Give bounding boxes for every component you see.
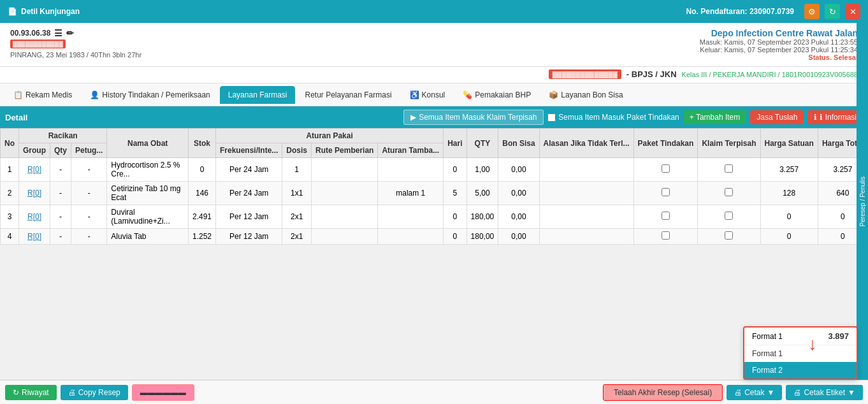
col-racikan: Racikan (19, 129, 107, 143)
cell-harga-satuan: 0 (760, 229, 818, 245)
document-icon: 📄 (8, 7, 17, 16)
cell-qty2: 1,00 (467, 158, 498, 182)
depo-name: Depo Infection Centre Rawat Jalan (700, 28, 858, 38)
cell-dosis: 1 (282, 158, 312, 182)
col-frekuensi: Frekuensi/Inte... (215, 143, 282, 158)
cell-nama-obat: Hydrocortison 2.5 % Cre... (107, 158, 189, 182)
paket-label: Semua Item Masuk Paket Tindakan (558, 113, 679, 122)
cell-group[interactable]: R[0] (19, 205, 50, 229)
cell-stok: 146 (188, 182, 215, 205)
cell-paket-tindakan[interactable] (633, 182, 698, 205)
col-paket-tindakan: Paket Tindakan (633, 129, 698, 158)
cell-qty-racikan: - (50, 205, 71, 229)
col-qty: QTY (467, 129, 498, 158)
cell-rute (312, 182, 378, 205)
cell-frekuensi: Per 12 Jam (215, 205, 282, 229)
sidebar-peresep-label: Peresep / Penulis (859, 174, 866, 229)
jasa-tuslah-button[interactable]: Jasa Tuslah (750, 110, 804, 124)
cell-dosis: 1x1 (282, 182, 312, 205)
cell-qty-racikan: - (50, 229, 71, 245)
cell-paket-tindakan[interactable] (633, 158, 698, 182)
cell-stok: 1.252 (188, 229, 215, 245)
cell-qty2: 5,00 (467, 182, 498, 205)
bpjs-sub: Kelas III / PEKERJA MANDIRI / 1801R00109… (682, 71, 858, 78)
cell-group[interactable]: R[0] (19, 182, 50, 205)
bon-icon: 📦 (549, 90, 558, 99)
col-nama-obat: Nama Obat (107, 129, 189, 158)
cell-frekuensi: Per 12 Jam (215, 229, 282, 245)
col-group: Group (19, 143, 50, 158)
cell-no: 4 (1, 229, 19, 245)
klaim-button[interactable]: ▶ Semua Item Masuk Klaim Terpisah (403, 110, 544, 125)
tab-retur-pelayanan[interactable]: Retur Pelayanan Farmasi (296, 86, 400, 104)
patient-left: 00.93.06.38 ☰ ✏ ▓▓▓▓▓▓▓▓▓▓▓▓ PINRANG, 23… (10, 28, 141, 59)
cell-qty-racikan: - (50, 158, 71, 182)
cell-petug: - (71, 182, 107, 205)
cell-qty2: 180,00 (467, 205, 498, 229)
cell-aturan-tamba (378, 205, 444, 229)
cell-bon-sisa: 0,00 (498, 229, 539, 245)
header-title-text: Detil Kunjungan (21, 7, 80, 16)
cell-paket-tindakan[interactable] (633, 229, 698, 245)
info-icon: ℹ (814, 113, 817, 122)
cell-rute (312, 158, 378, 182)
col-harga-satuan: Harga Satuan (760, 129, 818, 158)
cell-stok: 2.491 (188, 205, 215, 229)
masuk-time: Masuk: Kamis, 07 September 2023 Pukul 11… (700, 38, 858, 46)
cell-no: 1 (1, 158, 19, 182)
cell-aturan-tamba (378, 229, 444, 245)
refresh-button[interactable]: ↻ (825, 4, 840, 19)
cell-alasan (539, 229, 633, 245)
col-qty-racikan: Qty (50, 143, 71, 158)
toolbar: Detail ▶ Semua Item Masuk Klaim Terpisah… (0, 106, 868, 128)
pencil-icon[interactable]: ✏ (66, 28, 74, 38)
status-badge: Status. Selesai (700, 54, 858, 61)
cell-harga-satuan: 3.257 (760, 158, 818, 182)
cell-group[interactable]: R[0] (19, 158, 50, 182)
cell-hari: 5 (444, 182, 467, 205)
tambah-item-button[interactable]: + Tambah Item (683, 110, 747, 124)
patient-section: 00.93.06.38 ☰ ✏ ▓▓▓▓▓▓▓▓▓▓▓▓ PINRANG, 23… (0, 23, 868, 67)
cell-petug: - (71, 158, 107, 182)
cell-hari: 0 (444, 158, 467, 182)
patient-id-sub: ▓▓▓▓▓▓▓▓▓▓▓▓ (10, 40, 66, 48)
col-petug: Petug... (71, 143, 107, 158)
cell-harga-satuan: 0 (760, 205, 818, 229)
cell-bon-sisa: 0,00 (498, 158, 539, 182)
cell-group[interactable]: R[0] (19, 229, 50, 245)
cell-alasan (539, 182, 633, 205)
cell-klaim-terpisah[interactable] (698, 205, 760, 229)
edit-icon[interactable]: ☰ (54, 28, 62, 38)
cell-frekuensi: Per 24 Jam (215, 182, 282, 205)
header-right: No. Pendaftaran: 230907.0739 ⚙ ↻ ✕ (686, 4, 860, 19)
col-alasan: Alasan Jika Tidak Terl... (539, 129, 633, 158)
patient-id-number: 00.93.06.38 (10, 29, 50, 38)
cell-bon-sisa: 0,00 (498, 182, 539, 205)
cell-stok: 0 (188, 158, 215, 182)
cell-klaim-terpisah[interactable] (698, 158, 760, 182)
tab-history-tindakan[interactable]: 👤 History Tindakan / Pemeriksaan (82, 86, 218, 104)
cell-qty2: 180,00 (467, 229, 498, 245)
informasi-button[interactable]: ℹ ℹ Informasi (807, 110, 863, 124)
cell-aturan-tamba (378, 158, 444, 182)
cell-klaim-terpisah[interactable] (698, 182, 760, 205)
patient-id: 00.93.06.38 ☰ ✏ (10, 28, 141, 38)
cell-harga-satuan: 128 (760, 182, 818, 205)
cell-aturan-tamba: malam 1 (378, 182, 444, 205)
header-bar: 📄 Detil Kunjungan No. Pendaftaran: 23090… (0, 0, 868, 23)
cell-dosis: 2x1 (282, 229, 312, 245)
settings-button[interactable]: ⚙ (804, 4, 820, 19)
registration-number: No. Pendaftaran: 230907.0739 (686, 7, 794, 16)
bhp-icon: 💊 (463, 90, 472, 99)
tab-layanan-farmasi[interactable]: Layanan Farmasi (220, 86, 296, 104)
tab-konsul[interactable]: ♿ Konsul (401, 86, 454, 104)
tab-layanan-bon-sisa[interactable]: 📦 Layanan Bon Sisa (540, 86, 631, 104)
tab-pemakaian-bhp[interactable]: 💊 Pemakaian BHP (454, 86, 539, 104)
cell-bon-sisa: 0,00 (498, 205, 539, 229)
paket-checkbox[interactable] (547, 113, 556, 122)
tab-rekam-medis[interactable]: 📋 Rekam Medis (5, 86, 80, 104)
close-button[interactable]: ✕ (845, 4, 860, 19)
nav-tabs: 📋 Rekam Medis 👤 History Tindakan / Pemer… (0, 83, 868, 106)
cell-paket-tindakan[interactable] (633, 205, 698, 229)
cell-klaim-terpisah[interactable] (698, 229, 760, 245)
